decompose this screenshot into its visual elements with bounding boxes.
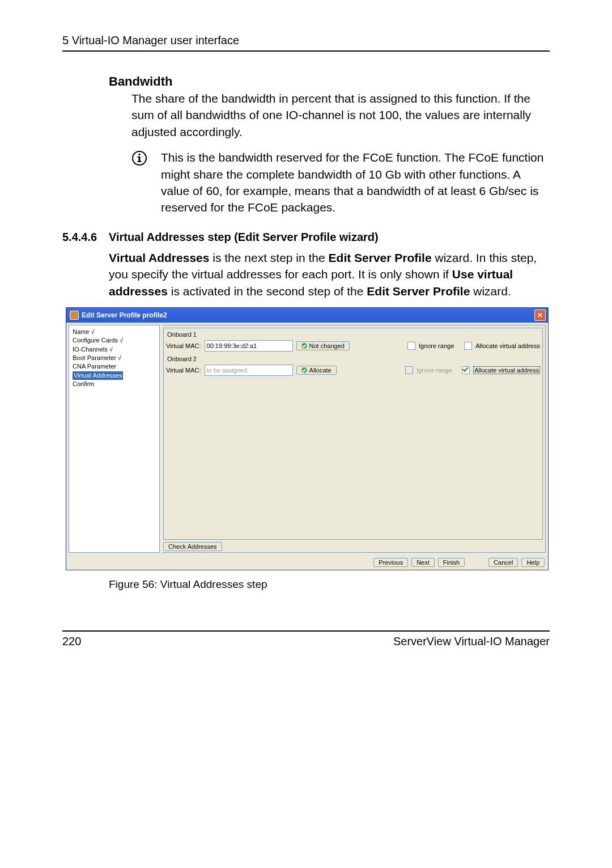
divider-bottom bbox=[62, 630, 550, 632]
help-button[interactable]: Help bbox=[521, 558, 545, 567]
finish-button[interactable]: Finish bbox=[438, 558, 465, 567]
onboard2-ignore-range-label: Ignore range bbox=[416, 367, 452, 374]
onboard2-allocate-label: Allocate virtual address bbox=[473, 366, 540, 374]
subsection-title: Virtual Addresses step (Edit Server Prof… bbox=[109, 231, 379, 244]
onboard2-ignore-range-checkbox bbox=[405, 366, 413, 374]
onboard2-allocate-checkbox[interactable] bbox=[462, 366, 470, 374]
dialog-title: Edit Server Profile profile2 bbox=[82, 311, 167, 319]
dialog-footer: Previous Next Finish Cancel Help bbox=[66, 555, 548, 570]
product-name: ServerView Virtual-IO Manager bbox=[393, 635, 550, 648]
bandwidth-body: The share of the bandwidth in percent th… bbox=[131, 90, 550, 140]
tree-item-name[interactable]: Name bbox=[73, 328, 89, 335]
tree-item-configure-cards[interactable]: Configure Cards bbox=[73, 337, 118, 344]
tree-item-boot-parameter[interactable]: Boot Parameter bbox=[73, 354, 116, 361]
onboard2-group: Onboard 2 bbox=[166, 355, 540, 363]
tree-item-confirm[interactable]: Confirm bbox=[73, 380, 95, 387]
check-icon bbox=[301, 343, 307, 349]
figure-caption: Figure 56: Virtual Addresses step bbox=[109, 578, 550, 591]
cancel-button[interactable]: Cancel bbox=[488, 558, 518, 567]
onboard1-mac-label: Virtual MAC: bbox=[166, 342, 201, 349]
onboard1-allocate-checkbox[interactable] bbox=[464, 342, 472, 350]
onboard2-action-button[interactable]: Allocate bbox=[296, 366, 337, 375]
dialog-titlebar: Edit Server Profile profile2 ✕ bbox=[66, 308, 548, 323]
bandwidth-note: This is the bandwidth reserved for the F… bbox=[161, 149, 550, 216]
check-icon bbox=[301, 367, 307, 373]
close-button[interactable]: ✕ bbox=[534, 310, 546, 321]
onboard1-ignore-range-checkbox[interactable] bbox=[407, 342, 415, 350]
bandwidth-title: Bandwidth bbox=[109, 74, 550, 89]
onboard2-mac-label: Virtual MAC: bbox=[166, 367, 201, 374]
svg-rect-1 bbox=[139, 154, 141, 155]
tree-item-io-channels[interactable]: IO-Channels bbox=[73, 346, 108, 353]
app-icon bbox=[70, 311, 79, 320]
wizard-steps-tree: Name Configure Cards IO-Channels Boot Pa… bbox=[69, 325, 160, 553]
intro-paragraph: Virtual Addresses is the next step in th… bbox=[109, 249, 550, 299]
svg-rect-4 bbox=[138, 161, 142, 162]
next-button[interactable]: Next bbox=[411, 558, 435, 567]
check-addresses-button[interactable]: Check Addresses bbox=[163, 542, 222, 551]
onboard1-action-button[interactable]: Not changed bbox=[296, 341, 350, 350]
edit-server-profile-dialog: Edit Server Profile profile2 ✕ Name Conf… bbox=[66, 307, 549, 570]
divider-top bbox=[62, 50, 550, 52]
page-number: 220 bbox=[62, 635, 81, 648]
tree-item-virtual-addresses[interactable]: Virtual Addresses bbox=[73, 371, 123, 380]
subsection-number: 5.4.4.6 bbox=[62, 231, 109, 244]
onboard2-mac-input bbox=[205, 365, 293, 376]
info-icon bbox=[131, 150, 147, 168]
onboard1-allocate-label: Allocate virtual address bbox=[475, 342, 540, 349]
onboard1-mac-input[interactable] bbox=[205, 340, 293, 352]
previous-button[interactable]: Previous bbox=[373, 558, 408, 567]
page-header: 5 Virtual-IO Manager user interface bbox=[62, 34, 550, 47]
tree-item-cna-parameter[interactable]: CNA Parameter bbox=[73, 363, 116, 370]
onboard1-group: Onboard 1 bbox=[166, 331, 540, 338]
onboard1-ignore-range-label: Ignore range bbox=[419, 342, 454, 349]
svg-rect-3 bbox=[138, 156, 141, 158]
